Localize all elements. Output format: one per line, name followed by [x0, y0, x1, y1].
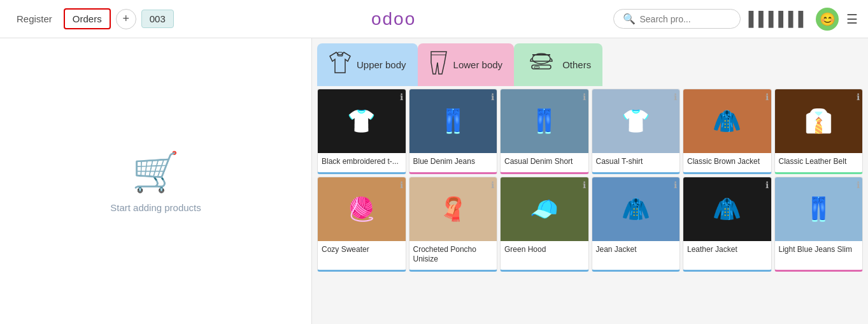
product-image: 👕: [592, 89, 680, 153]
barcode-icon[interactable]: ▌▌▌▌▌▌: [748, 11, 808, 27]
product-image: 🧢: [501, 177, 588, 241]
lower-body-icon: [429, 50, 448, 80]
category-tab-upper[interactable]: Upper body: [317, 43, 418, 86]
product-name: Casual T-shirt: [592, 153, 680, 172]
product-info-icon[interactable]: ℹ: [400, 180, 403, 190]
category-tab-others[interactable]: Others: [514, 43, 602, 86]
product-info-icon[interactable]: ℹ: [857, 92, 860, 102]
product-info-icon[interactable]: ℹ: [857, 180, 860, 190]
product-card[interactable]: 👖 ℹ Light Blue Jeans Slim: [774, 177, 864, 272]
search-input[interactable]: [639, 14, 735, 24]
product-info-icon[interactable]: ℹ: [491, 180, 494, 190]
product-info-icon[interactable]: ℹ: [674, 92, 677, 102]
header-center: odoo: [179, 9, 609, 29]
product-info-icon[interactable]: ℹ: [583, 180, 586, 190]
svg-rect-5: [534, 66, 539, 68]
product-name: Blue Denim Jeans: [409, 153, 497, 172]
product-name: Jean Jacket: [592, 241, 680, 260]
product-image: 🧣: [409, 177, 497, 241]
upper-body-icon: [329, 50, 352, 80]
product-name: Cozy Sweater: [318, 241, 406, 260]
product-name: Light Blue Jeans Slim: [775, 241, 863, 260]
register-button[interactable]: Register: [10, 10, 59, 28]
product-card[interactable]: 🧥 ℹ Leather Jacket: [683, 177, 772, 272]
product-image: 🧥: [683, 177, 771, 241]
orders-button[interactable]: Orders: [64, 8, 111, 29]
hamburger-menu-icon[interactable]: ☰: [846, 11, 858, 27]
product-card[interactable]: 🧶 ℹ Cozy Sweater: [317, 177, 406, 272]
others-icon: [525, 50, 557, 80]
empty-cart-label: Start adding products: [110, 202, 201, 213]
add-button[interactable]: +: [116, 9, 136, 29]
product-info-icon[interactable]: ℹ: [400, 92, 403, 102]
product-card[interactable]: 👖 ℹ Casual Denim Short: [500, 89, 589, 174]
product-card[interactable]: 🧥 ℹ Classic Brown Jacket: [683, 89, 772, 174]
product-info-icon[interactable]: ℹ: [583, 92, 586, 102]
product-image: 🧥: [592, 177, 680, 241]
right-panel: Upper body Lower body: [312, 38, 868, 324]
search-box: 🔍: [613, 9, 741, 29]
order-number-button[interactable]: 003: [141, 10, 174, 28]
others-label: Others: [562, 59, 591, 70]
lower-body-label: Lower body: [453, 59, 503, 70]
logo: odoo: [371, 9, 416, 29]
product-card[interactable]: 🧥 ℹ Jean Jacket: [592, 177, 681, 272]
search-icon: 🔍: [623, 13, 636, 25]
category-tabs: Upper body Lower body: [312, 38, 868, 86]
avatar[interactable]: 😊: [816, 8, 839, 31]
product-name: Classic Leather Belt: [775, 153, 863, 172]
product-card[interactable]: 👕 ℹ Black embroidered t-...: [317, 89, 406, 174]
product-name: Black embroidered t-...: [318, 153, 406, 172]
header: Register Orders + 003 odoo 🔍 ▌▌▌▌▌▌ 😊 ☰: [0, 0, 868, 38]
product-name: Crocheted Poncho Unisize: [409, 241, 497, 270]
product-grid-container: 👕 ℹ Black embroidered t-... 👖 ℹ Blue Den…: [312, 86, 868, 324]
product-info-icon[interactable]: ℹ: [765, 92, 769, 102]
left-panel: 🛒 Start adding products: [0, 38, 312, 324]
product-name: Leather Jacket: [683, 241, 771, 260]
cart-icon: 🛒: [132, 149, 180, 195]
header-right: 🔍 ▌▌▌▌▌▌ 😊 ☰: [613, 8, 858, 31]
product-card[interactable]: 👔 ℹ Classic Leather Belt: [774, 89, 864, 174]
product-grid: 👕 ℹ Black embroidered t-... 👖 ℹ Blue Den…: [317, 89, 863, 272]
product-image: 👖: [409, 89, 497, 153]
header-left: Register Orders + 003: [10, 8, 174, 29]
product-image: 👖: [775, 177, 863, 241]
product-name: Green Hood: [501, 241, 588, 260]
product-image: 👕: [318, 89, 406, 153]
product-name: Classic Brown Jacket: [683, 153, 771, 172]
main-content: 🛒 Start adding products Upper body: [0, 38, 868, 324]
product-info-icon[interactable]: ℹ: [491, 92, 494, 102]
category-tab-lower[interactable]: Lower body: [418, 43, 515, 86]
product-info-icon[interactable]: ℹ: [674, 180, 677, 190]
product-image: 👖: [501, 89, 588, 153]
product-card[interactable]: 🧣 ℹ Crocheted Poncho Unisize: [409, 177, 498, 272]
product-card[interactable]: 🧢 ℹ Green Hood: [500, 177, 589, 272]
product-image: 🧶: [318, 177, 406, 241]
upper-body-label: Upper body: [357, 59, 406, 70]
product-card[interactable]: 👖 ℹ Blue Denim Jeans: [409, 89, 498, 174]
product-image: 🧥: [683, 89, 771, 153]
product-name: Casual Denim Short: [501, 153, 588, 172]
product-info-icon[interactable]: ℹ: [765, 180, 769, 190]
product-card[interactable]: 👕 ℹ Casual T-shirt: [592, 89, 681, 174]
product-image: 👔: [775, 89, 863, 153]
